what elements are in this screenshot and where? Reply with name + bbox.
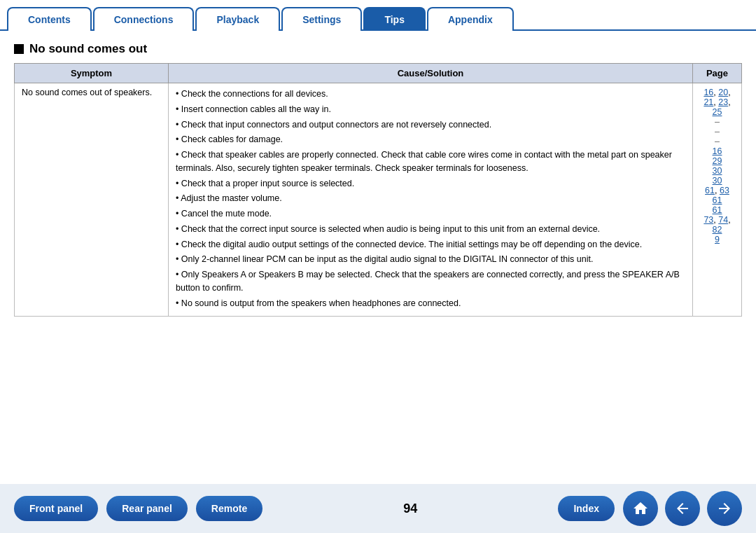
page-ref-1: 16, 20, 21, 23, 25 xyxy=(700,88,734,117)
page-link-23[interactable]: 23 xyxy=(718,97,728,107)
tab-appendix[interactable]: Appendix xyxy=(427,7,514,31)
front-panel-button[interactable]: Front panel xyxy=(14,496,98,521)
remote-button[interactable]: Remote xyxy=(196,496,262,521)
tab-connections[interactable]: Connections xyxy=(93,7,195,31)
page-ref-11: 61 xyxy=(700,205,734,215)
page-ref-4: – xyxy=(700,137,734,146)
page-number: 94 xyxy=(271,501,550,516)
cause-item-11: • Only 2-channel linear PCM can be input… xyxy=(176,253,685,266)
page-link-73[interactable]: 73 xyxy=(704,215,713,225)
page-link-74[interactable]: 74 xyxy=(718,215,728,225)
back-arrow-icon xyxy=(674,500,691,517)
page-link-20[interactable]: 20 xyxy=(718,88,728,97)
cause-item-10: • Check the digital audio output setting… xyxy=(176,238,685,251)
col-header-cause: Cause/Solution xyxy=(169,64,693,83)
cause-item-3: • Check that input connectors and output… xyxy=(176,118,685,132)
col-header-page: Page xyxy=(693,64,742,83)
cause-item-12: • Only Speakers A or Speakers B may be s… xyxy=(176,268,685,295)
cause-item-4: • Check cables for damage. xyxy=(176,133,685,146)
bottom-bar: Front panel Rear panel Remote 94 Index xyxy=(0,484,756,533)
page-link-25[interactable]: 25 xyxy=(713,107,722,117)
page-ref-12: 73, 74, 82 xyxy=(700,215,734,235)
tab-settings[interactable]: Settings xyxy=(281,7,362,31)
page-cell: 16, 20, 21, 23, 25 – – – 16 29 30 30 61, xyxy=(693,83,742,317)
cause-item-5: • Check that speaker cables are properly… xyxy=(176,148,685,175)
page-ref-8: 30 xyxy=(700,176,734,186)
forward-button[interactable] xyxy=(707,491,742,526)
cause-item-6: • Check that a proper input source is se… xyxy=(176,177,685,191)
page-ref-9: 61, 63 xyxy=(700,186,734,195)
cause-item-8: • Cancel the mute mode. xyxy=(176,207,685,221)
page-ref-3: – xyxy=(700,127,734,137)
tab-playback[interactable]: Playback xyxy=(195,7,280,31)
tab-contents[interactable]: Contents xyxy=(7,7,92,31)
symptom-table: Symptom Cause/Solution Page No sound com… xyxy=(14,63,742,317)
back-button[interactable] xyxy=(665,491,700,526)
page-ref-6: 29 xyxy=(700,156,734,166)
page-link-61c[interactable]: 61 xyxy=(713,205,722,215)
col-header-symptom: Symptom xyxy=(15,64,169,83)
home-icon xyxy=(632,500,649,517)
cause-item-1: • Check the connections for all devices. xyxy=(176,88,685,101)
cause-item-2: • Insert connection cables all the way i… xyxy=(176,103,685,116)
nav-tabs: Contents Connections Playback Settings T… xyxy=(0,6,756,31)
page-ref-5: 16 xyxy=(700,146,734,156)
page-ref-2: – xyxy=(700,117,734,127)
section-title-icon xyxy=(14,44,24,54)
home-button[interactable] xyxy=(623,491,658,526)
page-link-30a[interactable]: 30 xyxy=(713,166,722,176)
page-link-9[interactable]: 9 xyxy=(715,235,720,244)
page-ref-10: 61 xyxy=(700,195,734,205)
rear-panel-button[interactable]: Rear panel xyxy=(106,496,188,521)
symptom-cell: No sound comes out of speakers. xyxy=(15,83,169,317)
cause-item-7: • Adjust the master volume. xyxy=(176,192,685,205)
page-link-82[interactable]: 82 xyxy=(713,225,722,235)
tab-tips[interactable]: Tips xyxy=(363,7,426,31)
nav-icons xyxy=(623,491,742,526)
page-link-29[interactable]: 29 xyxy=(713,156,722,166)
cause-item-13: • No sound is output from the speakers w… xyxy=(176,297,685,310)
page-link-16[interactable]: 16 xyxy=(704,88,713,97)
cause-cell: • Check the connections for all devices.… xyxy=(169,83,693,317)
page-link-16b[interactable]: 16 xyxy=(713,146,722,156)
index-button[interactable]: Index xyxy=(558,496,615,521)
cause-item-9: • Check that the correct input source is… xyxy=(176,223,685,236)
section-title: No sound comes out xyxy=(14,42,742,56)
page-link-61a[interactable]: 61 xyxy=(705,186,715,195)
page-ref-7: 30 xyxy=(700,166,734,176)
forward-arrow-icon xyxy=(716,500,733,517)
main-content: No sound comes out Symptom Cause/Solutio… xyxy=(0,31,756,324)
section-title-text: No sound comes out xyxy=(29,42,147,56)
table-row: No sound comes out of speakers. • Check … xyxy=(15,83,742,317)
page-link-21[interactable]: 21 xyxy=(704,97,713,107)
page-ref-13: 9 xyxy=(700,235,734,244)
page-link-63[interactable]: 63 xyxy=(720,186,729,195)
page-link-30b[interactable]: 30 xyxy=(713,176,722,186)
page-link-61b[interactable]: 61 xyxy=(713,195,722,205)
